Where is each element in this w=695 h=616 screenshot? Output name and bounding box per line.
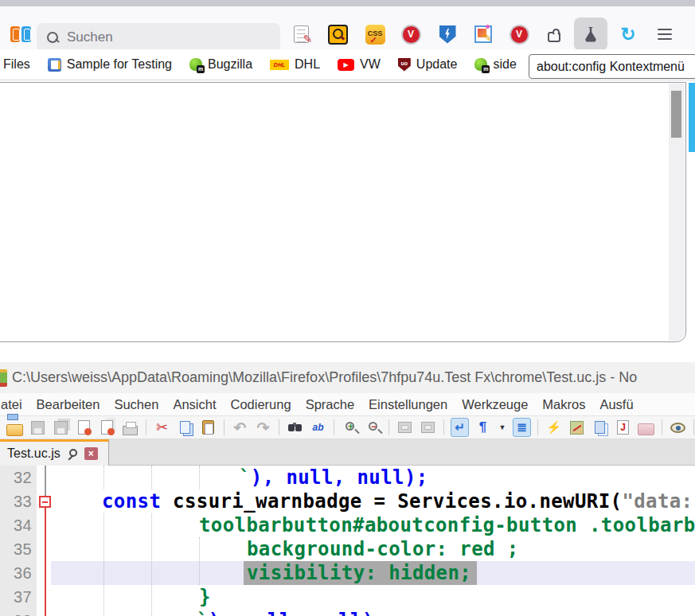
close-file-icon[interactable] <box>75 418 93 437</box>
search-bar[interactable] <box>37 23 280 52</box>
toolbar-separator <box>224 419 225 435</box>
panel-scrollbar-track[interactable] <box>669 84 685 341</box>
fold-scope-line-active <box>45 508 46 616</box>
close-all-icon[interactable] <box>98 418 116 437</box>
check-icon: ✓ <box>370 36 377 44</box>
cut-icon[interactable]: ✂ <box>153 418 171 437</box>
redo-icon[interactable]: ↷ <box>254 418 272 437</box>
function-list-icon[interactable]: ⚡ <box>545 418 563 437</box>
open-file-icon[interactable] <box>6 418 24 437</box>
menu-einstellungen[interactable]: Einstellungen <box>361 397 455 412</box>
fold-scope-line <box>45 466 46 496</box>
panel-scrollbar-thumb[interactable] <box>671 91 681 138</box>
toolbar-separator <box>443 419 444 435</box>
print-icon[interactable] <box>121 418 139 437</box>
document-map-icon[interactable] <box>568 418 586 437</box>
indent-guide-line <box>151 513 152 616</box>
word-wrap-icon-active[interactable]: ↵ <box>451 418 469 437</box>
indent-guide-line <box>199 537 200 585</box>
line-number: 32 <box>0 466 32 489</box>
replace-icon[interactable]: ab <box>309 418 327 437</box>
notepadpp-toolbar: ✂ ↶ ↷ ab + − ↵ ¶ ▼ ≣ ⚡ J ● ■ ▶ <box>0 415 695 439</box>
code-editor[interactable]: 32 33 34 35 36 37 38 `), null, null); co… <box>0 466 695 616</box>
menu-ansicht[interactable]: Ansicht <box>166 397 223 412</box>
save-all-icon[interactable] <box>52 418 70 437</box>
code-token: toolbarbutton#aboutconfig-button .toolba… <box>199 514 695 536</box>
line-number: 37 <box>0 585 32 609</box>
code-token: const <box>102 490 161 513</box>
line-number: 36 <box>0 561 32 585</box>
menu-datei[interactable]: atei <box>0 397 29 412</box>
show-all-characters-icon[interactable]: ¶ <box>474 418 492 437</box>
code-token: } <box>199 586 211 608</box>
bookmark-label: side <box>493 57 516 72</box>
flask-icon <box>584 27 598 42</box>
code-line-32[interactable]: `), null, null); <box>239 466 428 489</box>
pin-icon[interactable] <box>67 448 78 459</box>
bookmark-side[interactable]: m side <box>474 57 516 72</box>
save-icon[interactable] <box>29 418 47 437</box>
dropdown-caret-icon[interactable]: ▼ <box>497 418 508 437</box>
undo-icon[interactable]: ↶ <box>231 418 249 437</box>
find-icon[interactable] <box>286 418 304 437</box>
indent-guide-icon-active[interactable]: ≣ <box>513 418 531 437</box>
folder-as-workspace-icon[interactable] <box>637 418 655 437</box>
bookmark-bugzilla[interactable]: m Bugzilla <box>189 57 252 72</box>
code-line-38[interactable]: `), null, null) <box>197 609 374 616</box>
fold-collapse-marker[interactable] <box>39 496 51 508</box>
file-monitor-icon[interactable]: J <box>614 418 632 437</box>
document-switcher-icon[interactable] <box>591 418 609 437</box>
line-number: 34 <box>0 513 32 537</box>
bookmark-label: DHL <box>295 57 320 72</box>
search-input[interactable] <box>67 29 258 45</box>
toolbar-separator <box>334 419 334 435</box>
menu-werkzeuge[interactable]: Werkzeuge <box>455 397 535 412</box>
tab-close-icon[interactable]: × <box>84 447 98 460</box>
indent-guide-line <box>103 466 104 489</box>
code-token: ` <box>197 610 209 616</box>
bookmark-label: Sample for Testing <box>67 57 172 72</box>
code-line-37[interactable]: } <box>199 585 211 609</box>
youtube-favicon: ▶ <box>338 59 354 71</box>
bookmark-files[interactable]: Files <box>3 57 30 72</box>
bookmark-dhl[interactable]: DHL DHL <box>270 57 320 72</box>
pencil-icon: ✎ <box>303 33 313 45</box>
pencil-icon: ✎ <box>484 33 492 44</box>
sync-vertical-icon[interactable] <box>396 418 414 437</box>
zoom-out-icon[interactable]: − <box>364 418 382 437</box>
toolbar-separator <box>662 419 662 435</box>
bug-favicon: m <box>189 58 202 71</box>
paste-icon[interactable] <box>199 418 217 437</box>
code-token: ), null, null) <box>209 610 374 616</box>
preview-eye-icon[interactable] <box>669 418 687 437</box>
code-line-34[interactable]: toolbarbutton#aboutconfig-button .toolba… <box>199 513 695 537</box>
indent-guide-line <box>199 466 200 489</box>
zoom-in-icon[interactable]: + <box>341 418 359 437</box>
menu-suchen[interactable]: Suchen <box>107 397 166 412</box>
code-line-33[interactable]: const cssuri_warnbadge = Services.io.new… <box>102 489 693 513</box>
bookmark-label: Files <box>3 57 30 72</box>
line-number: 33 <box>0 489 32 513</box>
sync-horizontal-icon[interactable] <box>419 418 437 437</box>
copy-icon[interactable] <box>176 418 194 437</box>
tooltip-text: about:config Kontextmenü <box>537 60 685 74</box>
code-token: ` <box>239 466 251 489</box>
code-token: "data: <box>622 490 693 513</box>
indent-guide-line <box>103 513 104 616</box>
menu-sprache[interactable]: Sprache <box>299 397 361 412</box>
menu-codierung[interactable]: Codierung <box>224 397 299 412</box>
menu-bearbeiten[interactable]: Bearbeiten <box>29 397 107 412</box>
menu-makros[interactable]: Makros <box>535 397 592 412</box>
bookmark-sample-for-testing[interactable]: Sample for Testing <box>48 57 172 72</box>
menu-ausfuehren[interactable]: Ausfü <box>592 397 640 412</box>
tab-test-uc-js[interactable]: Test.uc.js × <box>0 439 109 466</box>
code-line-35[interactable]: background-color: red ; <box>247 537 519 561</box>
notepadpp-app-icon <box>0 369 7 387</box>
tooltip-aboutconfig-kontextmenu: about:config Kontextmenü <box>529 54 695 79</box>
bookmark-update[interactable]: uo Update <box>398 57 458 72</box>
search-icon <box>46 31 59 44</box>
code-line-36-selected[interactable]: visibility: hidden; <box>247 561 471 585</box>
aboutconfig-popup-panel <box>0 82 686 342</box>
notepadpp-menubar: atei Bearbeiten Suchen Ansicht Codierung… <box>0 393 695 415</box>
bookmark-vw[interactable]: ▶ VW <box>338 57 381 72</box>
